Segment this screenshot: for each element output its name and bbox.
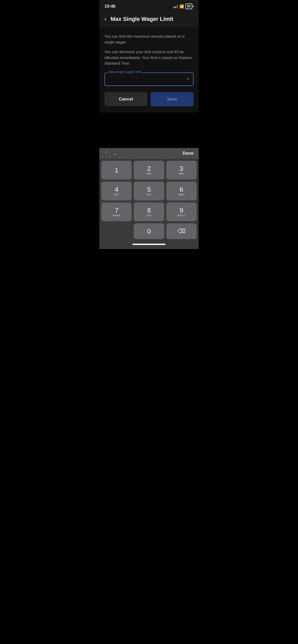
- wifi-icon: 📶: [180, 4, 184, 8]
- key-5[interactable]: 5JKL: [134, 182, 164, 200]
- status-bar: 10:46 📶 85: [99, 0, 199, 12]
- keyboard-nav: ⌃ ⌄: [104, 151, 117, 156]
- key-0[interactable]: 0: [134, 223, 164, 239]
- save-button[interactable]: Save: [151, 92, 194, 106]
- wager-input-container: Max single wager limit ×: [104, 72, 194, 86]
- key-4[interactable]: 4GHI: [101, 182, 132, 200]
- backspace-icon: ⌫: [178, 228, 185, 235]
- home-bar: [132, 244, 166, 245]
- home-indicator: [99, 241, 199, 249]
- wager-input[interactable]: [104, 72, 194, 86]
- nav-down-arrow[interactable]: ⌄: [113, 151, 117, 156]
- status-icons: 📶 85: [173, 4, 194, 9]
- done-button[interactable]: Done: [183, 151, 194, 156]
- battery-icon: 85: [185, 4, 194, 9]
- cancel-button[interactable]: Cancel: [104, 92, 147, 106]
- keyboard-toolbar: ⌃ ⌄ Done: [99, 148, 199, 159]
- key-8[interactable]: 8TUV: [134, 202, 164, 221]
- key-6[interactable]: 6MNO: [166, 182, 197, 200]
- nav-up-arrow[interactable]: ⌃: [104, 151, 108, 156]
- signal-icon: [173, 5, 178, 8]
- header: ‹ Max Single Wager Limit: [99, 12, 199, 27]
- key-2[interactable]: 2ABC: [134, 161, 164, 180]
- description-1: You can limit the maximum amount placed …: [104, 34, 194, 45]
- status-time: 10:46: [104, 4, 115, 9]
- key-7[interactable]: 7PQRS: [101, 202, 132, 221]
- key-3[interactable]: 3DEF: [166, 161, 197, 180]
- input-label: Max single wager limit: [107, 70, 142, 74]
- clear-button[interactable]: ×: [185, 76, 190, 83]
- main-content: You can limit the maximum amount placed …: [99, 27, 199, 112]
- action-buttons: Cancel Save: [104, 92, 194, 106]
- key-9[interactable]: 9WXYZ: [166, 202, 197, 221]
- back-button[interactable]: ‹: [104, 16, 106, 22]
- backspace-key[interactable]: ⌫: [166, 223, 197, 239]
- page-title: Max Single Wager Limit: [111, 16, 173, 22]
- numeric-keyboard: 12ABC3DEF4GHI5JKL6MNO7PQRS8TUV9WXYZ0⌫: [99, 159, 199, 241]
- key-1[interactable]: 1: [101, 161, 132, 180]
- description-2: You can decrease your limit anytime and …: [104, 49, 194, 66]
